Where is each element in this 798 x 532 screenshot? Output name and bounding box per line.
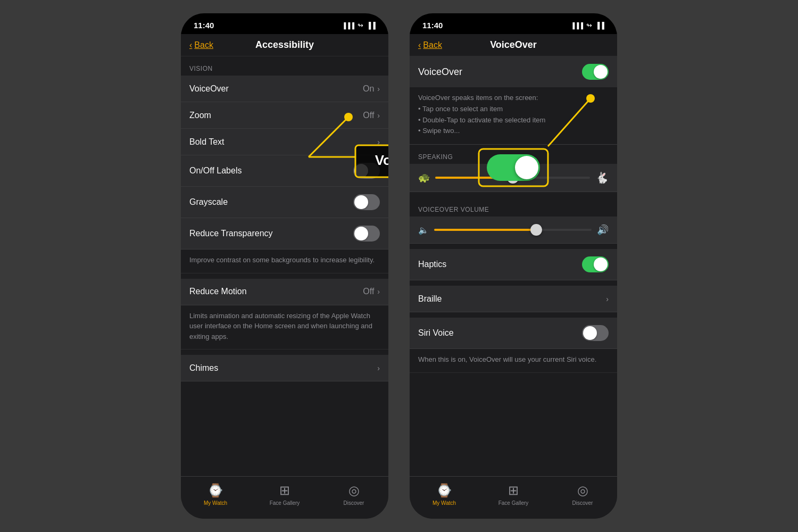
- volume-slider-knob[interactable]: [530, 224, 542, 236]
- reduce-motion-label: Reduce Motion: [189, 287, 247, 296]
- volume-slider-track[interactable]: [434, 229, 592, 231]
- face-gallery-icon-right: ⊞: [508, 483, 519, 498]
- voiceover-toggle-row[interactable]: VoiceOver: [410, 56, 617, 87]
- status-bar-right: 11:40 ▐▐▐ ↬ ▐▐: [410, 13, 617, 34]
- bold-text-chevron-icon: ›: [377, 138, 380, 146]
- content-left: VISION VoiceOver On › Zoom Off › Bold Te…: [181, 56, 388, 476]
- page-title-right: VoiceOver: [490, 39, 537, 51]
- bold-text-row[interactable]: Bold Text ›: [181, 129, 388, 155]
- reduce-transparency-row[interactable]: Reduce Transparency: [181, 218, 388, 250]
- discover-label-left: Discover: [344, 500, 364, 506]
- voiceover-label: VoiceOver: [189, 84, 229, 94]
- status-icons-left: ▐▐▐ ↬ ▐▐: [342, 21, 376, 29]
- grayscale-row[interactable]: Grayscale: [181, 187, 388, 218]
- page-title-left: Accessibility: [255, 39, 314, 51]
- siri-voice-toggle[interactable]: [582, 325, 609, 341]
- tab-discover-left[interactable]: ◎ Discover: [319, 483, 388, 506]
- discover-label-right: Discover: [572, 500, 593, 506]
- battery-icon: ▐▐: [367, 22, 376, 29]
- wifi-icon: ↬: [358, 21, 363, 29]
- section-speaking-header: SPEAKING: [410, 145, 617, 164]
- tab-my-watch-right[interactable]: ⌚ My Watch: [410, 483, 479, 506]
- voiceover-right: On ›: [363, 84, 380, 94]
- reduce-transparency-toggle-knob: [354, 227, 368, 240]
- onoff-labels-toggle[interactable]: [353, 163, 380, 179]
- braille-right: ›: [606, 295, 609, 303]
- siri-voice-desc: When this is on, VoiceOver will use your…: [418, 355, 596, 363]
- haptics-toggle-knob: [594, 257, 608, 271]
- speed-slider-knob[interactable]: [507, 172, 519, 184]
- grayscale-label: Grayscale: [189, 197, 228, 207]
- braille-label: Braille: [418, 294, 442, 304]
- voiceover-main-section: VoiceOver VoiceOver speaks items on the …: [410, 56, 617, 145]
- right-phone-screen: 11:40 ▐▐▐ ↬ ▐▐ ‹ Back VoiceOver VoiceOve…: [410, 13, 617, 519]
- grayscale-toggle[interactable]: [353, 194, 380, 210]
- zoom-row[interactable]: Zoom Off ›: [181, 102, 388, 129]
- braille-row[interactable]: Braille ›: [410, 286, 617, 312]
- signal-icon: ▐▐▐: [342, 22, 354, 29]
- speed-slider-track[interactable]: [435, 177, 590, 179]
- back-button-left[interactable]: ‹ Back: [189, 40, 213, 50]
- volume-high-icon: 🔊: [597, 224, 609, 236]
- reduce-motion-right: Off ›: [363, 287, 380, 296]
- voiceover-row[interactable]: VoiceOver On ›: [181, 76, 388, 102]
- status-icons-right: ▐▐▐ ↬ ▐▐: [571, 21, 604, 29]
- volume-slider-row[interactable]: 🔈 🔊: [410, 217, 617, 244]
- bold-text-label: Bold Text: [189, 137, 225, 147]
- grayscale-toggle-knob: [354, 195, 368, 209]
- reduce-transparency-desc-row: Improve contrast on some backgrounds to …: [181, 250, 388, 273]
- onoff-labels-label: On/Off Labels: [189, 166, 242, 176]
- back-label-left[interactable]: Back: [194, 40, 213, 50]
- tab-face-gallery-right[interactable]: ⊞ Face Gallery: [479, 483, 548, 506]
- tab-face-gallery-left[interactable]: ⊞ Face Gallery: [250, 483, 319, 506]
- reduce-motion-desc-row: Limits animation and automatic resizing …: [181, 305, 388, 350]
- haptics-row[interactable]: Haptics: [410, 249, 617, 280]
- braille-chevron-icon: ›: [606, 295, 609, 303]
- section-voiceover-volume-header: VOICEOVER VOLUME: [410, 197, 617, 217]
- face-gallery-label-left: Face Gallery: [270, 500, 300, 506]
- tab-bar-left: ⌚ My Watch ⊞ Face Gallery ◎ Discover: [181, 476, 388, 519]
- voiceover-main-toggle-knob: [594, 65, 608, 79]
- chevron-left-icon-right: ‹: [418, 40, 421, 50]
- nav-bar-right: ‹ Back VoiceOver: [410, 34, 617, 56]
- onoff-labels-row[interactable]: On/Off Labels: [181, 155, 388, 187]
- chimes-chevron-icon: ›: [377, 364, 380, 372]
- discover-icon-right: ◎: [577, 483, 588, 498]
- speed-slow-icon: 🐢: [418, 172, 430, 184]
- tab-discover-right[interactable]: ◎ Discover: [548, 483, 617, 506]
- left-phone-screen: 11:40 ▐▐▐ ↬ ▐▐ ‹ Back Accessibility VISI…: [181, 13, 388, 519]
- nav-bar-left: ‹ Back Accessibility: [181, 34, 388, 56]
- onoff-labels-toggle-knob: [354, 164, 368, 178]
- voiceover-info-text: VoiceOver speaks items on the screen: • …: [418, 93, 609, 137]
- volume-slider-fill: [434, 229, 536, 231]
- battery-icon-right: ▐▐: [595, 22, 604, 29]
- haptics-toggle[interactable]: [582, 256, 609, 272]
- discover-icon-left: ◎: [348, 483, 360, 498]
- my-watch-label-right: My Watch: [433, 500, 456, 506]
- status-time-right: 11:40: [422, 21, 443, 30]
- reduce-transparency-label: Reduce Transparency: [189, 229, 273, 238]
- back-button-right[interactable]: ‹ Back: [418, 40, 442, 50]
- speed-slider-row[interactable]: 🐢 🐇: [410, 164, 617, 192]
- back-label-right[interactable]: Back: [423, 40, 442, 50]
- face-gallery-icon-left: ⊞: [279, 483, 290, 498]
- status-time-left: 11:40: [194, 21, 214, 30]
- reduce-motion-desc: Limits animation and automatic resizing …: [189, 312, 372, 340]
- voiceover-value: On: [363, 84, 374, 94]
- zoom-label: Zoom: [189, 111, 211, 120]
- siri-voice-row[interactable]: Siri Voice: [410, 318, 617, 349]
- speed-slider-fill: [435, 177, 513, 179]
- chimes-row[interactable]: Chimes ›: [181, 355, 388, 381]
- speed-fast-icon: 🐇: [595, 171, 609, 184]
- reduce-motion-row[interactable]: Reduce Motion Off ›: [181, 279, 388, 305]
- reduce-transparency-desc: Improve contrast on some backgrounds to …: [189, 256, 375, 264]
- voiceover-main-toggle[interactable]: [582, 64, 609, 80]
- signal-icon-right: ▐▐▐: [571, 22, 583, 29]
- haptics-label: Haptics: [418, 260, 446, 269]
- reduce-transparency-toggle[interactable]: [353, 226, 380, 242]
- status-bar-left: 11:40 ▐▐▐ ↬ ▐▐: [181, 13, 388, 34]
- tab-my-watch-left[interactable]: ⌚ My Watch: [181, 483, 250, 506]
- my-watch-icon: ⌚: [207, 483, 223, 498]
- wifi-icon-right: ↬: [586, 21, 592, 29]
- chevron-left-icon: ‹: [189, 40, 192, 50]
